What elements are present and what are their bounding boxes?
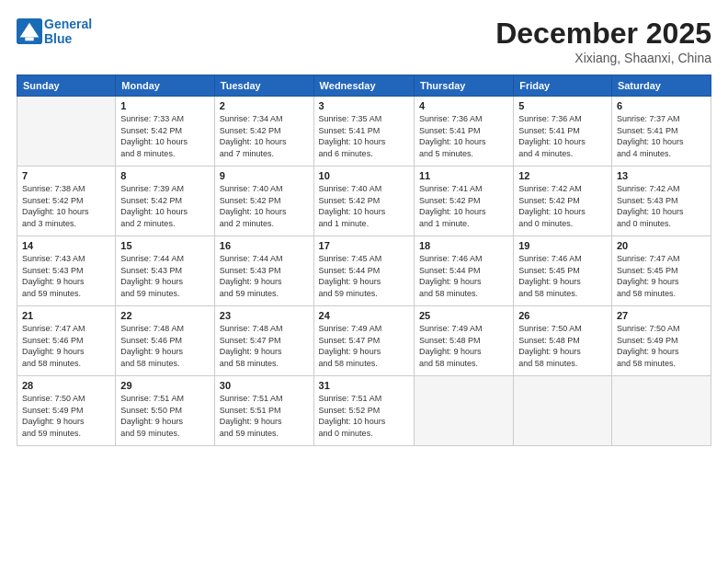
calendar-cell: 14Sunrise: 7:43 AM Sunset: 5:43 PM Dayli… <box>17 236 116 306</box>
calendar-cell: 5Sunrise: 7:36 AM Sunset: 5:41 PM Daylig… <box>514 97 612 167</box>
day-info: Sunrise: 7:34 AM Sunset: 5:42 PM Dayligh… <box>220 113 309 159</box>
day-info: Sunrise: 7:36 AM Sunset: 5:41 PM Dayligh… <box>419 113 508 159</box>
calendar-cell: 22Sunrise: 7:48 AM Sunset: 5:46 PM Dayli… <box>116 306 215 376</box>
weekday-header-sunday: Sunday <box>17 75 116 97</box>
calendar-cell <box>17 97 116 167</box>
day-info: Sunrise: 7:50 AM Sunset: 5:48 PM Dayligh… <box>518 323 607 369</box>
calendar-cell: 8Sunrise: 7:39 AM Sunset: 5:42 PM Daylig… <box>116 167 215 236</box>
logo-text: General Blue <box>44 17 92 46</box>
calendar-cell: 27Sunrise: 7:50 AM Sunset: 5:49 PM Dayli… <box>611 306 711 376</box>
weekday-header-tuesday: Tuesday <box>214 75 313 97</box>
day-info: Sunrise: 7:47 AM Sunset: 5:46 PM Dayligh… <box>22 323 110 369</box>
week-row-1: 7Sunrise: 7:38 AM Sunset: 5:42 PM Daylig… <box>17 167 711 236</box>
week-row-2: 14Sunrise: 7:43 AM Sunset: 5:43 PM Dayli… <box>17 236 711 306</box>
day-number: 2 <box>220 100 309 111</box>
calendar-cell <box>414 376 513 446</box>
calendar-cell: 2Sunrise: 7:34 AM Sunset: 5:42 PM Daylig… <box>214 97 313 167</box>
day-number: 28 <box>22 380 110 391</box>
day-number: 3 <box>319 100 409 111</box>
calendar-cell: 9Sunrise: 7:40 AM Sunset: 5:42 PM Daylig… <box>214 167 313 236</box>
day-number: 11 <box>419 170 508 181</box>
day-info: Sunrise: 7:40 AM Sunset: 5:42 PM Dayligh… <box>319 183 409 229</box>
weekday-header-thursday: Thursday <box>414 75 513 97</box>
day-info: Sunrise: 7:39 AM Sunset: 5:42 PM Dayligh… <box>120 183 210 229</box>
day-number: 26 <box>518 310 607 321</box>
calendar-cell: 13Sunrise: 7:42 AM Sunset: 5:43 PM Dayli… <box>611 167 711 236</box>
calendar-cell: 18Sunrise: 7:46 AM Sunset: 5:44 PM Dayli… <box>414 236 513 306</box>
day-info: Sunrise: 7:35 AM Sunset: 5:41 PM Dayligh… <box>319 113 409 159</box>
day-info: Sunrise: 7:33 AM Sunset: 5:42 PM Dayligh… <box>120 113 210 159</box>
svg-rect-2 <box>25 38 33 41</box>
calendar-cell: 11Sunrise: 7:41 AM Sunset: 5:42 PM Dayli… <box>414 167 513 236</box>
logo-line1: General <box>44 17 92 31</box>
day-info: Sunrise: 7:50 AM Sunset: 5:49 PM Dayligh… <box>22 393 110 439</box>
calendar-cell: 21Sunrise: 7:47 AM Sunset: 5:46 PM Dayli… <box>17 306 116 376</box>
day-number: 21 <box>22 310 110 321</box>
day-number: 27 <box>617 310 706 321</box>
day-number: 9 <box>220 170 309 181</box>
day-info: Sunrise: 7:46 AM Sunset: 5:45 PM Dayligh… <box>518 253 607 299</box>
day-info: Sunrise: 7:36 AM Sunset: 5:41 PM Dayligh… <box>518 113 607 159</box>
day-number: 30 <box>220 380 309 391</box>
day-number: 18 <box>419 240 508 251</box>
calendar-cell: 17Sunrise: 7:45 AM Sunset: 5:44 PM Dayli… <box>313 236 414 306</box>
day-info: Sunrise: 7:49 AM Sunset: 5:48 PM Dayligh… <box>419 323 508 369</box>
weekday-header-saturday: Saturday <box>611 75 711 97</box>
day-number: 14 <box>22 240 110 251</box>
day-info: Sunrise: 7:37 AM Sunset: 5:41 PM Dayligh… <box>617 113 706 159</box>
day-info: Sunrise: 7:47 AM Sunset: 5:45 PM Dayligh… <box>617 253 706 299</box>
calendar-cell: 10Sunrise: 7:40 AM Sunset: 5:42 PM Dayli… <box>313 167 414 236</box>
day-info: Sunrise: 7:51 AM Sunset: 5:50 PM Dayligh… <box>120 393 210 439</box>
week-row-0: 1Sunrise: 7:33 AM Sunset: 5:42 PM Daylig… <box>17 97 711 167</box>
day-number: 5 <box>518 100 607 111</box>
day-info: Sunrise: 7:48 AM Sunset: 5:47 PM Dayligh… <box>220 323 309 369</box>
week-row-4: 28Sunrise: 7:50 AM Sunset: 5:49 PM Dayli… <box>17 376 711 446</box>
day-info: Sunrise: 7:48 AM Sunset: 5:46 PM Dayligh… <box>120 323 210 369</box>
day-info: Sunrise: 7:43 AM Sunset: 5:43 PM Dayligh… <box>22 253 110 299</box>
day-info: Sunrise: 7:46 AM Sunset: 5:44 PM Dayligh… <box>419 253 508 299</box>
day-number: 15 <box>120 240 210 251</box>
day-number: 20 <box>617 240 706 251</box>
title-area: December 2025 Xixiang, Shaanxi, China <box>495 17 711 65</box>
header: General Blue December 2025 Xixiang, Shaa… <box>17 17 711 65</box>
day-number: 24 <box>319 310 409 321</box>
calendar-cell <box>514 376 612 446</box>
day-number: 19 <box>518 240 607 251</box>
logo-icon <box>17 18 42 44</box>
day-number: 25 <box>419 310 508 321</box>
calendar-cell: 3Sunrise: 7:35 AM Sunset: 5:41 PM Daylig… <box>313 97 414 167</box>
weekday-header-row: SundayMondayTuesdayWednesdayThursdayFrid… <box>17 75 711 97</box>
day-info: Sunrise: 7:44 AM Sunset: 5:43 PM Dayligh… <box>220 253 309 299</box>
day-number: 16 <box>220 240 309 251</box>
day-number: 17 <box>319 240 409 251</box>
calendar-cell: 28Sunrise: 7:50 AM Sunset: 5:49 PM Dayli… <box>17 376 116 446</box>
calendar-cell: 24Sunrise: 7:49 AM Sunset: 5:47 PM Dayli… <box>313 306 414 376</box>
day-info: Sunrise: 7:49 AM Sunset: 5:47 PM Dayligh… <box>319 323 409 369</box>
day-info: Sunrise: 7:51 AM Sunset: 5:51 PM Dayligh… <box>220 393 309 439</box>
calendar-cell: 31Sunrise: 7:51 AM Sunset: 5:52 PM Dayli… <box>313 376 414 446</box>
day-number: 22 <box>120 310 210 321</box>
day-info: Sunrise: 7:42 AM Sunset: 5:43 PM Dayligh… <box>617 183 706 229</box>
calendar-cell: 12Sunrise: 7:42 AM Sunset: 5:42 PM Dayli… <box>514 167 612 236</box>
weekday-header-friday: Friday <box>514 75 612 97</box>
week-row-3: 21Sunrise: 7:47 AM Sunset: 5:46 PM Dayli… <box>17 306 711 376</box>
calendar-cell: 26Sunrise: 7:50 AM Sunset: 5:48 PM Dayli… <box>514 306 612 376</box>
day-info: Sunrise: 7:51 AM Sunset: 5:52 PM Dayligh… <box>319 393 409 439</box>
day-number: 6 <box>617 100 706 111</box>
weekday-header-wednesday: Wednesday <box>313 75 414 97</box>
day-number: 31 <box>319 380 409 391</box>
day-info: Sunrise: 7:50 AM Sunset: 5:49 PM Dayligh… <box>617 323 706 369</box>
day-info: Sunrise: 7:45 AM Sunset: 5:44 PM Dayligh… <box>319 253 409 299</box>
calendar-cell: 30Sunrise: 7:51 AM Sunset: 5:51 PM Dayli… <box>214 376 313 446</box>
day-number: 4 <box>419 100 508 111</box>
calendar-cell: 15Sunrise: 7:44 AM Sunset: 5:43 PM Dayli… <box>116 236 215 306</box>
day-info: Sunrise: 7:40 AM Sunset: 5:42 PM Dayligh… <box>220 183 309 229</box>
day-info: Sunrise: 7:41 AM Sunset: 5:42 PM Dayligh… <box>419 183 508 229</box>
month-title: December 2025 <box>495 17 711 51</box>
calendar-cell: 7Sunrise: 7:38 AM Sunset: 5:42 PM Daylig… <box>17 167 116 236</box>
day-number: 13 <box>617 170 706 181</box>
calendar-cell: 1Sunrise: 7:33 AM Sunset: 5:42 PM Daylig… <box>116 97 215 167</box>
calendar-cell: 25Sunrise: 7:49 AM Sunset: 5:48 PM Dayli… <box>414 306 513 376</box>
weekday-header-monday: Monday <box>116 75 215 97</box>
day-number: 7 <box>22 170 110 181</box>
